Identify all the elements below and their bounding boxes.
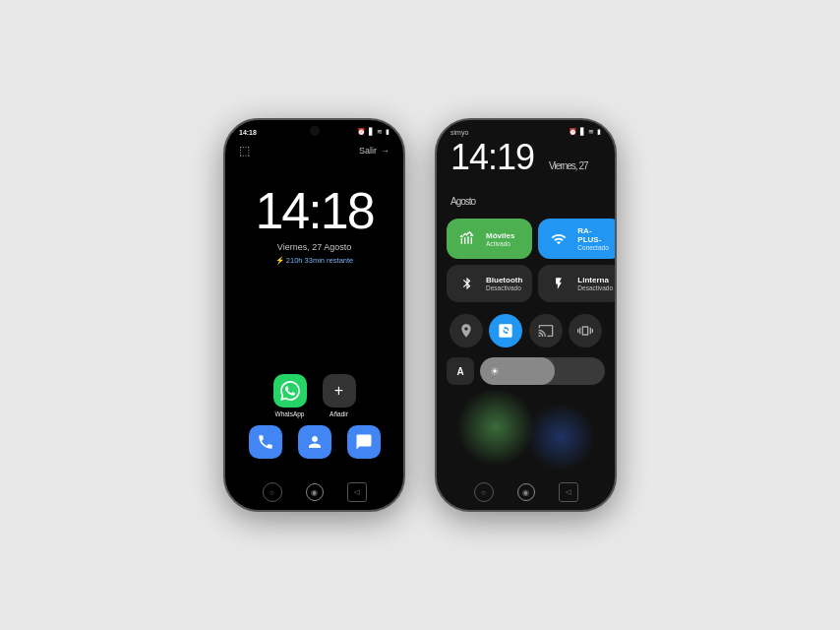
mobile-data-tile[interactable]: Móviles Activado: [447, 219, 532, 259]
bluetooth-info: Bluetooth Desactivado: [486, 276, 522, 291]
time-line: 14:19 Viernes, 27 Agosto: [437, 138, 615, 219]
control-time: 14:19 Viernes, 27 Agosto: [450, 140, 601, 211]
back-button[interactable]: ◁: [347, 482, 367, 502]
back-button-2[interactable]: ◁: [559, 482, 578, 502]
mobile-data-name: Móviles: [486, 231, 522, 240]
salir-button[interactable]: Salir →: [359, 146, 390, 156]
wifi-status: Conectado: [577, 244, 613, 251]
flashlight-status: Desactivado: [577, 284, 613, 291]
carrier-label: simyo: [450, 129, 468, 136]
home-button[interactable]: ◉: [306, 483, 324, 501]
app-row-2: [239, 425, 390, 459]
camera-notch-2: [521, 126, 531, 136]
alarm-icon: ⏰: [357, 128, 366, 136]
vibration-button[interactable]: [569, 314, 602, 347]
nfc-button[interactable]: [489, 314, 522, 347]
signal-icon: ▋: [369, 128, 374, 136]
control-grid: Móviles Activado RA-PLUS- Conectado: [437, 219, 615, 308]
contacts-icon: [298, 425, 331, 459]
bottom-row: A ☀: [437, 353, 615, 389]
alarm-icon-2: ⏰: [569, 128, 577, 136]
battery-icon: ▮: [386, 128, 390, 136]
signal-icon-2: ▋: [580, 128, 585, 136]
status-time: 14:18: [239, 129, 257, 136]
charging-text: 210h 33min restante: [275, 256, 353, 265]
clock-area: 14:18 Viernes, 27 Agosto 210h 33min rest…: [255, 165, 373, 374]
messages-app[interactable]: [347, 425, 381, 459]
mobile-data-status: Activado: [486, 240, 522, 247]
app-area: WhatsApp + Añadir: [225, 374, 403, 476]
wifi-tile-icon: [548, 228, 570, 250]
bluetooth-status: Desactivado: [486, 284, 522, 291]
wifi-tile[interactable]: RA-PLUS- Conectado: [538, 219, 615, 259]
status-icons-2: ⏰ ▋ ≋ ▮: [569, 128, 601, 136]
add-label: Añadir: [330, 410, 348, 417]
battery-icon-2: ▮: [597, 128, 601, 136]
mobile-data-icon: [456, 228, 478, 250]
flashlight-name: Linterna: [577, 276, 613, 284]
phone-control-center: simyo ⏰ ▋ ≋ ▮ 14:19 Viernes, 27 Agosto: [435, 118, 617, 512]
wifi-icon-2: ≋: [588, 128, 594, 136]
quick-row: [437, 308, 615, 353]
bluetooth-icon: [456, 273, 478, 294]
contacts-app[interactable]: [298, 425, 331, 459]
edit-icon[interactable]: ⬚: [239, 144, 250, 158]
wifi-icon: ≋: [377, 128, 383, 136]
location-button[interactable]: [450, 314, 483, 347]
phone-lockscreen: 14:18 ⏰ ▋ ≋ ▮ ⬚ Salir → 14:18 Vierne: [223, 118, 405, 512]
recent-button-2[interactable]: ○: [474, 482, 494, 502]
brightness-icon: ☀: [490, 365, 500, 378]
recent-button[interactable]: ○: [263, 482, 282, 502]
top-bar: ⬚ Salir →: [225, 140, 403, 165]
screencast-button[interactable]: [529, 314, 563, 347]
home-button-2[interactable]: ◉: [517, 483, 535, 501]
wifi-info: RA-PLUS- Conectado: [577, 226, 613, 251]
status-icons: ⏰ ▋ ≋ ▮: [357, 128, 390, 136]
camera-notch: [310, 126, 320, 136]
flashlight-icon: [548, 273, 570, 294]
brightness-slider[interactable]: ☀: [480, 357, 605, 385]
whatsapp-app[interactable]: WhatsApp: [273, 374, 307, 417]
blur-circle-blue: [526, 403, 595, 472]
add-icon: +: [323, 374, 356, 408]
whatsapp-label: WhatsApp: [275, 410, 305, 417]
flashlight-info: Linterna Desactivado: [577, 276, 613, 291]
blur-area: [437, 389, 615, 476]
whatsapp-icon: [273, 374, 307, 408]
nav-bar-2: ○ ◉ ◁: [437, 476, 615, 510]
mobile-data-info: Móviles Activado: [486, 231, 522, 247]
lock-date: Viernes, 27 Agosto: [277, 242, 351, 252]
salir-label: Salir: [359, 146, 377, 156]
main-clock: 14:18: [255, 185, 373, 236]
wifi-name: RA-PLUS-: [577, 226, 613, 244]
salir-icon: →: [381, 146, 390, 156]
blur-circle-green: [456, 389, 535, 467]
auto-button[interactable]: A: [447, 357, 474, 385]
messages-icon: [347, 425, 381, 459]
nav-bar: ○ ◉ ◁: [225, 476, 403, 510]
add-app[interactable]: + Añadir: [323, 374, 356, 417]
app-row-1: WhatsApp + Añadir: [239, 374, 390, 417]
bluetooth-name: Bluetooth: [486, 276, 522, 284]
bluetooth-tile[interactable]: Bluetooth Desactivado: [447, 265, 532, 302]
phone-icon: [249, 425, 282, 459]
phone-app[interactable]: [249, 425, 282, 459]
flashlight-tile[interactable]: Linterna Desactivado: [538, 265, 615, 302]
